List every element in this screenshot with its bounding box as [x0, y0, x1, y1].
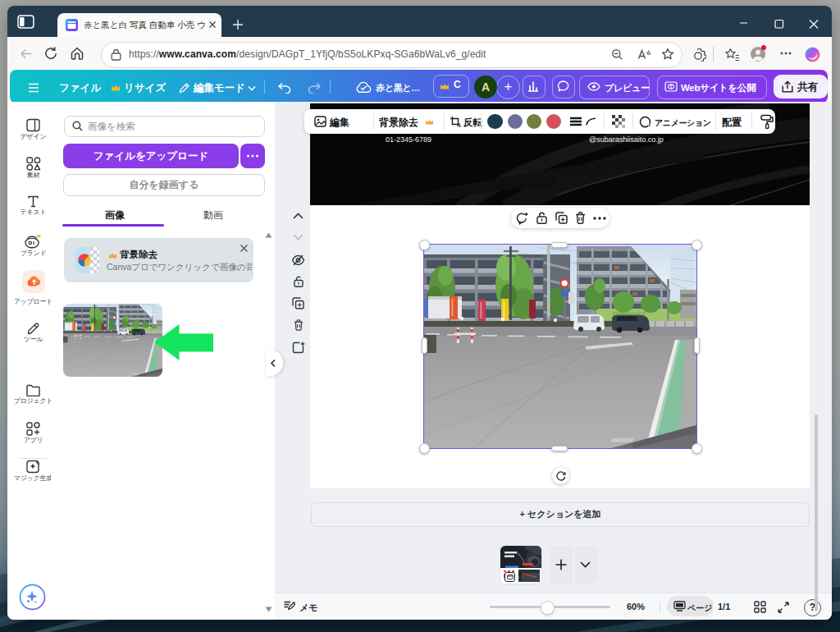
svg-text:01-2345-6789: 01-2345-6789	[386, 135, 431, 144]
svg-text:@subarashiisaito.co.jp: @subarashiisaito.co.jp	[589, 135, 664, 144]
